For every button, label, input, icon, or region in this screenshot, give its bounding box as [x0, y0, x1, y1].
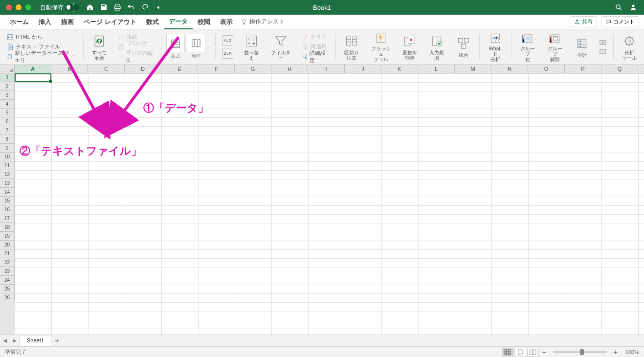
data-types-gallery-more[interactable]: ⌵ [207, 31, 210, 62]
tab-draw[interactable]: 描画 [56, 15, 79, 29]
row-header[interactable]: 3 [0, 91, 15, 100]
column-header[interactable]: D [125, 65, 161, 73]
share-button[interactable]: 共有 [570, 16, 597, 27]
what-if-analysis-button[interactable]: ? What-If 分析 [485, 31, 506, 62]
add-sheet-button[interactable]: + [51, 336, 63, 345]
view-page-break-button[interactable] [527, 348, 539, 357]
sort-ascending-button[interactable]: A↓Z [222, 35, 233, 46]
group-button[interactable]: グループ 化 [516, 31, 539, 62]
feedback-icon[interactable] [629, 3, 637, 11]
subtotal-button[interactable]: 小計 [571, 31, 593, 62]
active-cell[interactable] [15, 73, 51, 82]
row-header[interactable]: 22 [0, 258, 15, 267]
data-validation-button[interactable]: 入力規則 [425, 31, 448, 62]
row-header[interactable]: 24 [0, 276, 15, 285]
ungroup-button[interactable]: グループ 解除 [544, 31, 566, 62]
column-header[interactable]: I [308, 65, 345, 73]
filter-button[interactable]: フィルター [267, 31, 294, 62]
sheet-nav-prev[interactable]: ◀ [0, 337, 10, 344]
tab-review[interactable]: 校閲 [193, 15, 215, 29]
row-header[interactable]: 17 [0, 214, 15, 223]
column-header[interactable]: E [161, 65, 198, 73]
new-database-query-button[interactable]: 新しいデータベース クエリ ˅ [7, 52, 75, 61]
row-header[interactable]: 14 [0, 188, 15, 197]
tab-view[interactable]: 表示 [215, 15, 238, 29]
column-header[interactable]: O [528, 65, 565, 73]
fill-handle[interactable] [49, 80, 52, 83]
view-normal-button[interactable] [502, 348, 513, 357]
text-to-columns-button[interactable]: 区切り 位置 [341, 31, 362, 62]
undo-icon[interactable] [127, 3, 135, 11]
tab-formulas[interactable]: 数式 [141, 15, 164, 29]
row-header[interactable]: 16 [0, 205, 15, 214]
save-icon[interactable] [100, 3, 108, 11]
column-header[interactable]: Q [601, 65, 638, 73]
sheet-tab[interactable]: Sheet1 [20, 335, 51, 347]
row-header[interactable]: 5 [0, 109, 15, 117]
remove-duplicates-button[interactable]: 重複を 削除 [399, 31, 421, 62]
row-header[interactable]: 15 [0, 197, 15, 205]
redo-icon[interactable] [141, 3, 149, 11]
from-html-button[interactable]: HTML から [7, 33, 75, 42]
view-page-layout-button[interactable] [514, 348, 526, 357]
row-header[interactable]: 13 [0, 179, 15, 188]
tab-data[interactable]: データ [164, 15, 193, 29]
maximize-window-icon[interactable] [25, 4, 31, 10]
row-header[interactable]: 7 [0, 126, 15, 135]
tab-home[interactable]: ホーム [5, 15, 34, 29]
column-header[interactable]: F [198, 65, 235, 73]
zoom-out-button[interactable]: − [539, 348, 549, 356]
row-header[interactable]: 11 [0, 161, 15, 170]
qat-more-icon[interactable]: ▾ [155, 3, 162, 11]
close-window-icon[interactable] [6, 4, 12, 10]
zoom-in-button[interactable]: + [611, 348, 621, 356]
zoom-percent[interactable]: 100% [625, 349, 639, 355]
row-header[interactable]: 18 [0, 223, 15, 232]
row-header[interactable]: 8 [0, 135, 15, 144]
zoom-slider[interactable] [553, 351, 607, 353]
spreadsheet-grid[interactable]: 1 2 3 4 5 6 7 8 9 10 11 12 13 14 15 16 1… [0, 73, 644, 335]
row-header[interactable]: 21 [0, 249, 15, 258]
column-header[interactable]: B [51, 65, 88, 73]
show-detail-icon[interactable] [600, 40, 606, 45]
row-header[interactable]: 20 [0, 241, 15, 249]
column-header[interactable]: N [491, 65, 528, 73]
row-header[interactable]: 1 [0, 73, 15, 82]
home-icon[interactable] [86, 3, 94, 11]
comment-button[interactable]: コメント [601, 16, 639, 27]
row-header[interactable]: 9 [0, 144, 15, 153]
flash-fill-button[interactable]: フラッシュ フィル [367, 31, 394, 62]
autosave-toggle[interactable]: 自動保存 オフ [40, 3, 79, 12]
advanced-filter-button[interactable]: 詳細設定 [302, 52, 328, 61]
column-header[interactable]: J [345, 65, 381, 73]
geography-button[interactable] [187, 34, 205, 52]
column-header[interactable]: L [418, 65, 455, 73]
column-header[interactable]: M [455, 65, 491, 73]
row-header[interactable]: 12 [0, 170, 15, 179]
row-header[interactable]: 4 [0, 100, 15, 109]
print-icon[interactable] [113, 3, 121, 11]
column-header[interactable]: K [381, 65, 418, 73]
tab-insert[interactable]: 挿入 [34, 15, 56, 29]
column-header[interactable]: G [235, 65, 271, 73]
analysis-tools-button[interactable]: 分析 ツール [619, 31, 640, 62]
minimize-window-icon[interactable] [16, 4, 22, 10]
column-header[interactable]: H [271, 65, 308, 73]
row-header[interactable]: 23 [0, 267, 15, 276]
row-header[interactable]: 19 [0, 232, 15, 241]
row-header[interactable]: 6 [0, 117, 15, 126]
row-header[interactable]: 25 [0, 285, 15, 293]
column-header[interactable]: C [88, 65, 125, 73]
consolidate-button[interactable]: 統合 [453, 31, 474, 62]
hide-detail-icon[interactable] [600, 49, 606, 54]
operation-assist[interactable]: 操作アシスト [238, 18, 288, 26]
select-all-corner[interactable] [0, 65, 15, 73]
sort-button[interactable]: ZA 並べ替え [240, 31, 263, 62]
tab-page-layout[interactable]: ページ レイアウト [79, 15, 141, 29]
sort-descending-button[interactable]: Z↓A [222, 48, 233, 59]
row-header[interactable]: 2 [0, 82, 15, 91]
row-header[interactable]: 26 [0, 293, 15, 302]
search-icon[interactable] [615, 3, 622, 11]
column-header[interactable]: P [565, 65, 601, 73]
row-header[interactable]: 10 [0, 153, 15, 161]
